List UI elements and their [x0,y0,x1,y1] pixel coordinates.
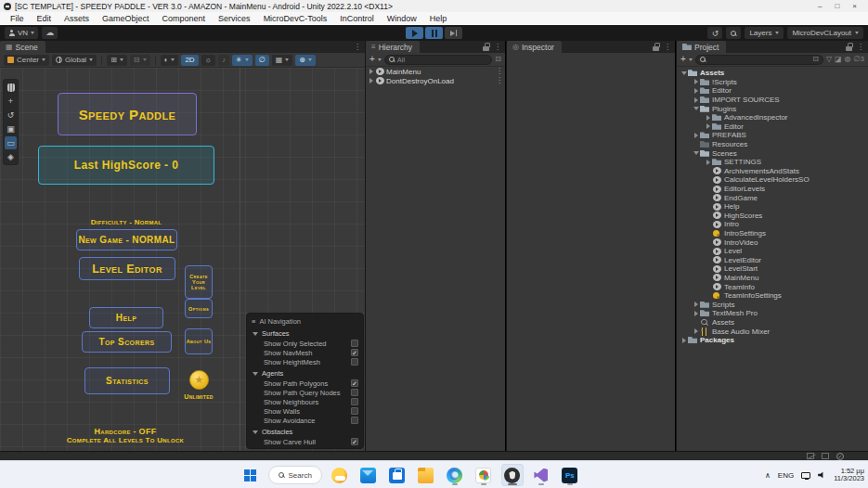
tab-project[interactable]: Project [677,41,726,53]
checkbox-show-avoidance[interactable] [351,417,358,424]
create-your-level-button[interactable]: Create Your Level [185,265,213,299]
project-tree-item-assets[interactable]: Assets [677,318,868,327]
checkbox-show-path-query-nodes[interactable] [351,389,358,396]
expand-arrow-icon[interactable] [705,115,712,121]
kebab-menu-icon[interactable]: ⋮ [354,44,361,51]
checkbox-show-heightmesh[interactable] [351,358,358,366]
scene-lighting-toggle[interactable]: ☼ [201,55,215,66]
project-tree-item-plugins[interactable]: Plugins [677,104,868,113]
project-tree-item-packages[interactable]: Packages [677,336,868,345]
taskbar-search[interactable]: Search [268,466,322,484]
project-tree-item-editorlevels[interactable]: EditorLevels [677,185,868,194]
menu-gameobject[interactable]: GameObject [96,14,156,23]
nav-section-agents[interactable]: Agents [252,368,358,379]
tab-scene[interactable]: ▦ Scene [0,41,45,53]
project-tree-item-intro[interactable]: Intro [677,220,868,229]
scale-tool[interactable]: ▣ [5,122,17,135]
checkbox-show-navmesh[interactable] [351,349,358,356]
project-search-input[interactable]: ⊡ [695,55,823,65]
expand-arrow-icon[interactable] [693,302,700,307]
kebab-menu-icon[interactable]: ⋮ [857,44,864,51]
checkbox-show-neighbours[interactable] [351,398,358,405]
tab-inspector[interactable]: ◎ Inspector [507,41,562,53]
project-tree-item-teaminfo[interactable]: TeamInfo [677,282,868,291]
hierarchy-item-dontdestroyonload[interactable]: DontDestroyOnLoad⋮ [366,76,505,85]
statistics-button[interactable]: Statistics [84,367,170,394]
move-tool[interactable]: + [5,95,17,108]
project-tree-item-assets[interactable]: Assets [677,69,868,78]
project-tree-item-introvideo[interactable]: IntroVideo [677,238,868,247]
expand-arrow-icon[interactable] [368,69,375,74]
project-tree-item-archivementsandstats[interactable]: ArchivementsAndStats [677,167,868,176]
taskbar-mail-icon[interactable] [357,464,380,486]
project-tree-item-help[interactable]: Help [677,202,868,212]
hidden-count-icon[interactable]: ∅3 [854,56,864,63]
lock-icon[interactable] [653,43,659,51]
kebab-menu-icon[interactable]: ⋮ [494,44,501,51]
clock[interactable]: 1:52 μμ 11/3/2023 [834,468,864,483]
tray-chevron-up-icon[interactable]: ∧ [765,471,771,480]
grid-visibility-dropdown[interactable]: ▦ [272,55,293,66]
layers-dropdown[interactable]: Layers [745,27,784,39]
project-tree-item-editor[interactable]: Editor [677,122,868,132]
scene-audio-toggle[interactable]: ♪ [218,55,229,66]
network-icon[interactable] [801,472,810,479]
project-tree-item-teaminfosettings[interactable]: TeamInfoSettings [677,291,868,301]
taskbar-store-icon[interactable] [386,464,408,486]
search-by-label-icon[interactable]: ◪ [835,56,842,63]
project-tree-item-import-sources[interactable]: IMPORT SOURCES [677,96,868,105]
collab-icon[interactable] [822,453,829,459]
menu-incontrol[interactable]: InControl [333,14,381,23]
project-tree-item-editor[interactable]: Editor [677,86,868,96]
expand-arrow-icon[interactable] [693,311,700,316]
expand-arrow-icon[interactable] [693,79,700,84]
menu-edit[interactable]: Edit [31,14,58,23]
project-tree-item-prefabs[interactable]: PREFABS [677,131,868,140]
drag-handle-icon[interactable]: ≡ [252,317,255,326]
project-tree-item-endgame[interactable]: EndGame [677,193,868,202]
project-tree-item-resources[interactable]: Resources [677,140,868,149]
tool-handle-rotation-dropdown[interactable]: Global [52,55,97,66]
hierarchy-search-input[interactable]: All [384,55,492,65]
add-object-button[interactable]: + [369,55,375,64]
project-tree-item-base-audio-mixer[interactable]: Base Audio Mixer [677,327,868,336]
search-by-type-icon[interactable]: ▽ [826,56,832,63]
project-tree-item-mainmenu[interactable]: MainMenu [677,274,868,283]
checkbox-show-only-selected[interactable] [351,340,358,347]
taskbar-weather-icon[interactable] [329,464,351,486]
expand-arrow-icon[interactable] [693,328,700,334]
project-tree-item-scenes[interactable]: Scenes [677,148,868,158]
undo-history-button[interactable]: ↺ [707,27,722,39]
camera-gizmo-dropdown[interactable]: ⊕ [295,55,316,66]
checkbox-show-carve-hull[interactable] [351,438,358,445]
rotate-tool[interactable]: ↺ [5,109,17,122]
project-tree-item-calculatelevelholdersso[interactable]: CalculateLevelHoldersSO [677,175,868,185]
expand-arrow-icon[interactable] [693,107,700,110]
expand-arrow-icon[interactable] [368,78,375,83]
shading-mode-dropdown[interactable]: ◐ [161,55,179,66]
grid-snapping-dropdown[interactable]: ⊞ [107,55,127,66]
menu-window[interactable]: Window [381,14,423,23]
project-tree-item-scripts[interactable]: !Scripts [677,78,868,87]
checkbox-show-path-polygons[interactable] [351,379,358,387]
menu-component[interactable]: Component [156,14,213,23]
expand-arrow-icon[interactable] [693,133,700,138]
start-button[interactable] [240,464,262,486]
progress-check-icon[interactable]: ✓ [836,453,844,460]
maximize-button[interactable]: □ [835,2,839,10]
cloud-services-button[interactable]: ☁ [42,27,58,39]
project-tree-item-introsettings[interactable]: IntroSettings [677,229,868,238]
level-editor-button[interactable]: Level Editor [79,257,175,280]
expand-arrow-icon[interactable] [680,338,688,343]
project-tree-item-scripts[interactable]: Scripts [677,300,868,309]
hand-tool[interactable] [5,81,17,94]
volume-icon[interactable] [818,471,826,479]
taskbar-visualstudio-icon[interactable] [530,464,552,486]
create-asset-button[interactable]: + [680,55,686,64]
menu-services[interactable]: Services [212,14,257,23]
kebab-menu-icon[interactable]: ⋮ [496,77,503,84]
lock-icon[interactable] [483,43,489,51]
favorites-icon[interactable]: ◍ [845,56,851,63]
expand-arrow-icon[interactable] [693,151,700,155]
nav-section-obstacles[interactable]: Obstacles [252,427,358,437]
